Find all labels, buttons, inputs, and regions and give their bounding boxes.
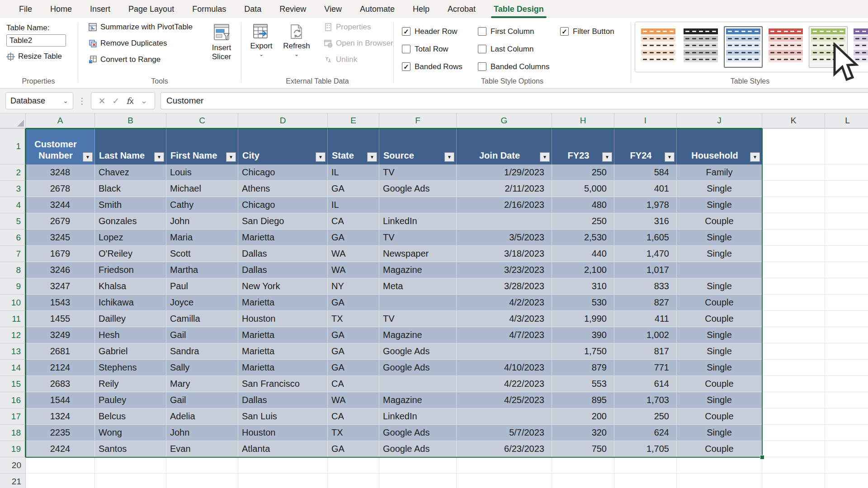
cell-F13[interactable]: Google Ads: [379, 343, 457, 360]
cell-E7[interactable]: WA: [328, 246, 379, 262]
column-header-H[interactable]: H: [552, 113, 614, 129]
cell-I8[interactable]: 1,017: [614, 262, 677, 278]
cell-D9[interactable]: New York: [238, 278, 328, 295]
cell-B16[interactable]: Pauley: [95, 392, 166, 408]
table-name-input[interactable]: [6, 34, 66, 47]
cell-H20[interactable]: [552, 457, 614, 474]
cell-J8[interactable]: [677, 262, 762, 278]
cell-E14[interactable]: GA: [328, 360, 379, 376]
cell-F18[interactable]: Google Ads: [379, 425, 457, 441]
cell-J7[interactable]: Single: [677, 246, 762, 262]
cell-G17[interactable]: [457, 408, 552, 425]
column-header-I[interactable]: I: [614, 113, 677, 129]
cell-B15[interactable]: Reily: [95, 376, 166, 392]
filter-button-I[interactable]: ▼: [665, 152, 675, 162]
export-button[interactable]: Export ⌄: [245, 19, 278, 56]
function-icon[interactable]: fx: [126, 96, 134, 106]
cell-A11[interactable]: 1455: [26, 311, 95, 327]
checkbox-banded-rows[interactable]: ✓Banded Rows: [402, 62, 478, 71]
cell-I14[interactable]: 771: [614, 360, 677, 376]
cell-L14[interactable]: [825, 360, 868, 376]
cell-F8[interactable]: Magazine: [379, 262, 457, 278]
cell-L2[interactable]: [825, 164, 868, 181]
column-header-A[interactable]: A: [26, 113, 95, 129]
cell-C6[interactable]: Maria: [166, 230, 238, 246]
table-header-first-name[interactable]: First Name▼: [166, 129, 238, 164]
cell-J2[interactable]: Family: [677, 164, 762, 181]
menu-tab-page-layout[interactable]: Page Layout: [121, 1, 181, 17]
cell-F19[interactable]: Google Ads: [379, 441, 457, 457]
cell-J10[interactable]: Couple: [677, 295, 762, 311]
cell-C17[interactable]: Adelia: [166, 408, 238, 425]
cell-A7[interactable]: 1679: [26, 246, 95, 262]
cancel-icon[interactable]: ✕: [98, 96, 105, 106]
table-header-join-date[interactable]: Join Date▼: [457, 129, 552, 164]
cell-D2[interactable]: Chicago: [238, 164, 328, 181]
cell-A12[interactable]: 3249: [26, 327, 95, 343]
cell-J15[interactable]: Couple: [677, 376, 762, 392]
cell-A18[interactable]: 2235: [26, 425, 95, 441]
cell-K3[interactable]: [762, 181, 825, 197]
cell-K15[interactable]: [762, 376, 825, 392]
table-header-fy24[interactable]: FY24▼: [614, 129, 677, 164]
row-header-7[interactable]: 7: [0, 246, 26, 262]
formula-input[interactable]: [160, 92, 868, 109]
filter-button-D[interactable]: ▼: [316, 152, 326, 162]
cell-K11[interactable]: [762, 311, 825, 327]
checkbox-filter-button[interactable]: ✓Filter Button: [560, 27, 637, 36]
cell-B9[interactable]: Khalsa: [95, 278, 166, 295]
cell-C11[interactable]: Camilla: [166, 311, 238, 327]
cell-L5[interactable]: [825, 213, 868, 230]
table-style-orange[interactable]: [639, 26, 678, 68]
row-header-16[interactable]: 16: [0, 392, 26, 408]
cell-D21[interactable]: [238, 474, 328, 488]
cell-L11[interactable]: [825, 311, 868, 327]
cell-L15[interactable]: [825, 376, 868, 392]
cell-C18[interactable]: John: [166, 425, 238, 441]
row-header-1[interactable]: 1: [0, 129, 26, 164]
table-header-source[interactable]: Source▼: [379, 129, 457, 164]
column-header-E[interactable]: E: [328, 113, 379, 129]
cell-K8[interactable]: [762, 262, 825, 278]
cell-J9[interactable]: Single: [677, 278, 762, 295]
cell-H3[interactable]: 5,000: [552, 181, 614, 197]
cell-D19[interactable]: Atlanta: [238, 441, 328, 457]
cell-C15[interactable]: Mary: [166, 376, 238, 392]
cell-I13[interactable]: 817: [614, 343, 677, 360]
cell-G9[interactable]: 3/28/2023: [457, 278, 552, 295]
cell-E11[interactable]: TX: [328, 311, 379, 327]
table-header-fy23[interactable]: FY23▼: [552, 129, 614, 164]
cell-A8[interactable]: 3246: [26, 262, 95, 278]
cell-G14[interactable]: 4/10/2023: [457, 360, 552, 376]
cell-K20[interactable]: [762, 457, 825, 474]
cell-D6[interactable]: Marietta: [238, 230, 328, 246]
filter-button-A[interactable]: ▼: [83, 152, 93, 162]
menu-tab-insert[interactable]: Insert: [83, 1, 118, 17]
column-header-K[interactable]: K: [762, 113, 825, 129]
row-header-21[interactable]: 21: [0, 474, 26, 488]
menu-tab-view[interactable]: View: [317, 1, 349, 17]
cell-B14[interactable]: Stephens: [95, 360, 166, 376]
cell-E2[interactable]: IL: [328, 164, 379, 181]
resize-table-button[interactable]: Resize Table: [4, 50, 77, 63]
cell-K6[interactable]: [762, 230, 825, 246]
table-style-green[interactable]: [809, 26, 848, 68]
formula-bar-handle[interactable]: ⋮: [78, 96, 86, 106]
cell-D17[interactable]: San Luis: [238, 408, 328, 425]
row-header-6[interactable]: 6: [0, 230, 26, 246]
checkbox-first-column[interactable]: First Column: [478, 27, 560, 36]
row-header-15[interactable]: 15: [0, 376, 26, 392]
cell-F21[interactable]: [379, 474, 457, 488]
menu-tab-data[interactable]: Data: [237, 1, 269, 17]
cell-C7[interactable]: Scott: [166, 246, 238, 262]
checkbox-banded-columns[interactable]: Banded Columns: [478, 62, 560, 71]
cell-C19[interactable]: Evan: [166, 441, 238, 457]
cell-A17[interactable]: 1324: [26, 408, 95, 425]
cell-H15[interactable]: 553: [552, 376, 614, 392]
checkbox-header-row[interactable]: ✓Header Row: [402, 27, 478, 36]
cell-D10[interactable]: Marietta: [238, 295, 328, 311]
cell-H9[interactable]: 310: [552, 278, 614, 295]
cell-K7[interactable]: [762, 246, 825, 262]
cell-G5[interactable]: [457, 213, 552, 230]
cell-H21[interactable]: [552, 474, 614, 488]
